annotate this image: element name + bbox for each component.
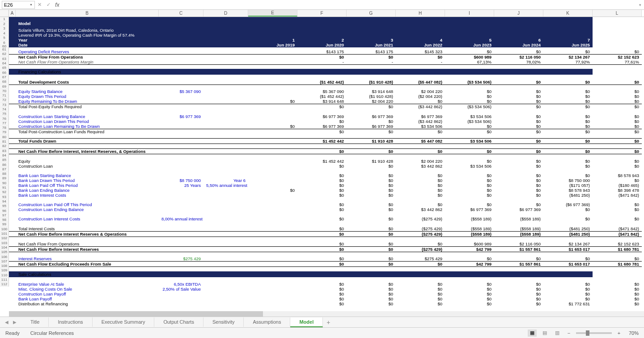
row-header[interactable]: 63: [0, 57, 9, 61]
col-header-B[interactable]: B: [16, 10, 159, 17]
zoom-slider-handle[interactable]: [586, 330, 589, 336]
row-header[interactable]: 61: [0, 47, 9, 52]
row-header[interactable]: 106: [0, 254, 9, 259]
status-ready: Ready: [5, 330, 20, 336]
zoom-slider[interactable]: [576, 332, 612, 334]
zoom-in-button[interactable]: +: [615, 330, 623, 337]
expand-formula-bar-icon[interactable]: ▾: [636, 3, 644, 7]
row-header[interactable]: 84: [0, 153, 9, 158]
row-header[interactable]: 83: [0, 149, 9, 153]
col-header-H[interactable]: H: [396, 10, 445, 17]
cancel-formula-button[interactable]: ✕: [35, 1, 44, 9]
col-header-K[interactable]: K: [543, 10, 593, 17]
col-header-G[interactable]: G: [347, 10, 396, 17]
row-header[interactable]: 78: [0, 126, 9, 130]
row-header[interactable]: 107: [0, 259, 9, 264]
formula-bar: E26 ▼ ✕ ✓ fx ▾: [0, 0, 644, 10]
row-header[interactable]: 93: [0, 195, 9, 199]
col-header-A[interactable]: A: [9, 10, 16, 17]
col-header-D[interactable]: D: [203, 10, 248, 17]
tab-prev-button[interactable]: ◀: [3, 319, 11, 326]
row-header[interactable]: 79: [0, 130, 9, 135]
fx-button[interactable]: fx: [53, 1, 62, 9]
add-sheet-button[interactable]: +: [323, 319, 334, 326]
sheet-tab-executive-summary[interactable]: Executive Summary: [93, 317, 155, 327]
row-header[interactable]: 70: [0, 89, 9, 93]
row-header[interactable]: 94: [0, 199, 9, 204]
view-normal-button[interactable]: ▦: [528, 330, 537, 337]
row-header[interactable]: 101: [0, 232, 9, 236]
row-header[interactable]: 87: [0, 167, 9, 172]
row-headers: 1234566061626364656667686970717273747576…: [0, 17, 9, 287]
row-header[interactable]: 64: [0, 61, 9, 66]
row-header[interactable]: 77: [0, 121, 9, 126]
row-header[interactable]: 110: [0, 273, 9, 278]
row-header[interactable]: 74: [0, 107, 9, 112]
row-header[interactable]: 69: [0, 84, 9, 89]
zoom-out-button[interactable]: −: [565, 330, 572, 337]
row-header[interactable]: 111: [0, 278, 9, 282]
row-header[interactable]: 97: [0, 213, 9, 218]
sheet-tabs: TitleInstructionsExecutive SummaryOutput…: [21, 317, 323, 327]
section-header: Financing Calculations: [9, 69, 642, 75]
sheet-tab-output-charts[interactable]: Output Charts: [154, 317, 203, 327]
row-header[interactable]: 82: [0, 144, 9, 148]
row-header[interactable]: 103: [0, 241, 9, 245]
column-headers: ABCDEFGHIJKL: [0, 10, 644, 17]
row-header[interactable]: 91: [0, 186, 9, 190]
spreadsheet-grid[interactable]: 1234566061626364656667686970717273747576…: [0, 17, 644, 316]
row-header[interactable]: 88: [0, 172, 9, 176]
sheet-tab-sensitivity[interactable]: Sensitivity: [203, 317, 244, 327]
row-header[interactable]: 72: [0, 98, 9, 102]
row-header[interactable]: 96: [0, 208, 9, 213]
accept-formula-button[interactable]: ✓: [44, 1, 53, 9]
col-header-E[interactable]: E: [248, 10, 297, 17]
tab-nav: ◀ ▶: [0, 319, 21, 326]
row-header[interactable]: 65: [0, 66, 9, 70]
sheet-tab-assumptions[interactable]: Assumptions: [244, 317, 290, 327]
row-header[interactable]: 75: [0, 112, 9, 116]
view-page-break-button[interactable]: ▥: [553, 330, 562, 337]
horizontal-scrollbar[interactable]: [9, 311, 644, 317]
row-header[interactable]: 71: [0, 93, 9, 98]
horizontal-scroll-thumb[interactable]: [9, 311, 263, 317]
row-header[interactable]: 85: [0, 158, 9, 162]
view-page-layout-button[interactable]: ▤: [540, 330, 549, 337]
col-header-I[interactable]: I: [445, 10, 494, 17]
row-header[interactable]: 95: [0, 204, 9, 208]
tab-next-button[interactable]: ▶: [11, 319, 19, 326]
col-header-F[interactable]: F: [297, 10, 347, 17]
row-header[interactable]: 89: [0, 176, 9, 181]
row-header[interactable]: 112: [0, 282, 9, 287]
sheet-tab-instructions[interactable]: Instructions: [49, 317, 92, 327]
row-header[interactable]: 80: [0, 135, 9, 139]
row-header[interactable]: 81: [0, 139, 9, 144]
row-header[interactable]: 73: [0, 103, 9, 107]
row-header[interactable]: 98: [0, 218, 9, 222]
col-header-L[interactable]: L: [593, 10, 642, 17]
row-header[interactable]: 100: [0, 227, 9, 232]
row-header[interactable]: 90: [0, 181, 9, 186]
row-header[interactable]: 108: [0, 264, 9, 268]
row-header[interactable]: 92: [0, 190, 9, 194]
formula-input[interactable]: [62, 1, 636, 9]
row-header[interactable]: 67: [0, 75, 9, 80]
row-header[interactable]: 109: [0, 268, 9, 273]
col-header-J[interactable]: J: [494, 10, 543, 17]
name-box[interactable]: E26 ▼: [2, 1, 35, 9]
row-header[interactable]: 62: [0, 52, 9, 56]
name-box-dropdown-icon[interactable]: ▼: [30, 3, 33, 6]
cells-area[interactable]: ModelSolaris Villum, 201st Dirt Road, Ca…: [9, 17, 644, 316]
row-header[interactable]: 68: [0, 80, 9, 84]
row-header[interactable]: 104: [0, 245, 9, 250]
sheet-tab-model[interactable]: Model: [290, 317, 323, 327]
row-header[interactable]: 86: [0, 162, 9, 167]
row-header[interactable]: 102: [0, 236, 9, 241]
row-header[interactable]: 99: [0, 222, 9, 227]
row-header[interactable]: 76: [0, 116, 9, 121]
sheet-tab-title[interactable]: Title: [21, 317, 49, 327]
select-all-corner[interactable]: [0, 10, 9, 17]
row-header[interactable]: 66: [0, 70, 9, 75]
col-header-C[interactable]: C: [159, 10, 203, 17]
row-header[interactable]: 105: [0, 250, 9, 254]
